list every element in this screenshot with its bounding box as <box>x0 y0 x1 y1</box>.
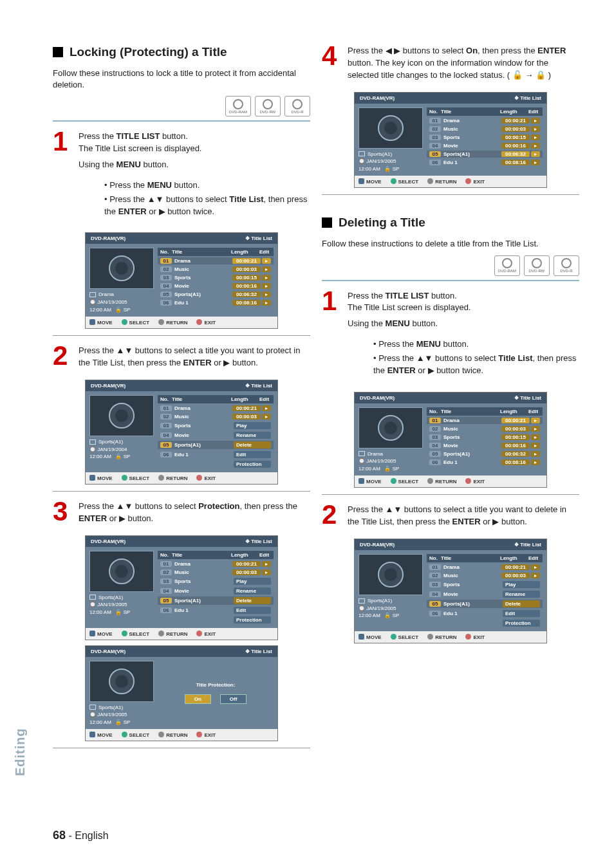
title-row[interactable]: 05 Sports(A1) 00:06:32 ▸ <box>427 450 543 457</box>
title-row[interactable]: 03Sports Play <box>158 421 274 430</box>
title-row[interactable]: 03 Sports 00:00:15 ▸ <box>427 134 543 141</box>
title-row[interactable]: 04 Movie 00:00:16 ▸ <box>427 142 543 149</box>
title-list-screen: DVD-RAM(VR)❖ Title List Drama JAN/19/200… <box>354 392 547 488</box>
nav-hint-exit: EXIT <box>196 319 216 326</box>
edit-menu-item[interactable]: Play <box>234 422 271 429</box>
edit-menu-item[interactable]: Protection <box>234 461 271 468</box>
title-row[interactable]: 06 Edu 1 00:08:16 ▸ <box>427 159 543 166</box>
title-row[interactable]: 01 Drama 00:00:21 ▸ <box>158 257 274 264</box>
title-thumbnail <box>89 248 154 289</box>
title-row[interactable]: 06 Edu 1 00:08:16 ▸ <box>158 299 274 306</box>
page-number-lang: English <box>75 830 108 841</box>
title-row[interactable]: 06Edu 1 Edit <box>158 606 274 614</box>
protection-off-button[interactable]: Off <box>220 694 247 704</box>
title-row[interactable]: 04Movie Rename <box>427 590 543 598</box>
title-row[interactable]: 01 Drama 00:00:21 ▸ <box>427 117 543 124</box>
disc-compat-row: DVD-RAM DVD-RW DVD-R <box>322 255 579 276</box>
disc-icon: DVD-RAM <box>494 255 520 276</box>
title-row[interactable]: 01 Drama 00:00:21 ▸ <box>427 417 543 424</box>
title-thumbnail <box>358 107 423 149</box>
col-no: No. <box>429 409 441 414</box>
title-row[interactable]: 05Sports(A1) Delete <box>158 596 274 605</box>
col-title: Title <box>441 409 500 414</box>
step-text: Press the TITLE LIST button. The Title L… <box>79 131 310 155</box>
step-number: 2 <box>53 345 71 373</box>
nav-hint-exit: EXIT <box>196 631 216 637</box>
section-bullet-icon <box>53 47 63 57</box>
edit-menu-item[interactable]: Delete <box>234 441 271 448</box>
edit-menu-item[interactable]: Edit <box>234 451 271 458</box>
title-row[interactable]: 02 Music 00:00:03 ▸ <box>427 125 543 133</box>
title-row[interactable]: 06Edu 1 Edit <box>158 450 274 459</box>
title-thumbnail <box>358 554 423 595</box>
title-row[interactable]: 04Movie Rename <box>158 431 274 439</box>
edit-menu-item[interactable]: Rename <box>234 587 271 595</box>
page-number: 68 - English <box>53 829 109 842</box>
title-row[interactable]: 05 Sports(A1) 00:06:32 ▸ <box>427 151 543 158</box>
protection-on-button[interactable]: On <box>185 694 211 704</box>
step-number: 4 <box>322 45 340 86</box>
col-edit: Edit <box>528 555 540 561</box>
title-list-screen: DVD-RAM(VR)❖ Title List Sports(A1) JAN/1… <box>85 535 278 640</box>
title-row[interactable]: 03Sports Play <box>427 580 543 589</box>
screen-device-label: DVD-RAM(VR) <box>360 95 395 101</box>
title-row[interactable]: 02Music 00:00:03▸ <box>158 413 274 420</box>
edit-menu-item[interactable]: Play <box>503 581 540 588</box>
title-row[interactable]: 01Drama 00:00:21▸ <box>158 405 274 412</box>
title-row[interactable]: 05Sports(A1) Delete <box>427 600 543 608</box>
nav-hint-select: SELECT <box>391 478 419 485</box>
title-row[interactable]: 06 Edu 1 00:08:16 ▸ <box>427 459 543 466</box>
col-no: No. <box>429 555 441 561</box>
col-length: Length <box>231 552 259 558</box>
screen-title-label: ❖ Title List <box>245 235 272 241</box>
title-row[interactable]: 02 Music 00:00:03 ▸ <box>158 266 274 273</box>
edit-menu-item[interactable]: Delete <box>234 597 271 604</box>
title-row[interactable]: 00 Protection <box>158 460 274 468</box>
col-title: Title <box>441 109 500 115</box>
step-bullet: Press the ▲▼ buttons to select Title Lis… <box>373 353 579 377</box>
title-row[interactable]: 03 Sports 00:00:15 ▸ <box>158 274 274 281</box>
nav-hint-return: RETURN <box>158 319 187 326</box>
title-row[interactable]: 00 Protection <box>158 616 274 624</box>
title-row[interactable]: 01Drama 00:00:21▸ <box>427 564 543 571</box>
nav-hint-return: RETURN <box>427 634 456 640</box>
title-row[interactable]: 04 Movie 00:00:16 ▸ <box>158 282 274 290</box>
edit-menu-item[interactable]: Edit <box>234 607 271 614</box>
disc-icon: DVD-R <box>554 255 579 276</box>
step-bullet: Press the MENU button. <box>373 338 579 351</box>
title-row[interactable]: 03 Sports 00:00:15 ▸ <box>427 434 543 441</box>
section-intro-lock: Follow these instructions to lock a titl… <box>53 68 310 91</box>
title-row[interactable]: 02Music 00:00:03▸ <box>427 572 543 579</box>
edit-menu-item[interactable]: Edit <box>503 610 540 617</box>
edit-menu-item[interactable]: Play <box>234 578 271 585</box>
step-text: Press the ▲▼ buttons to select a title y… <box>79 345 310 369</box>
nav-hint-move: MOVE <box>358 478 382 485</box>
nav-hint-return: RETURN <box>158 732 187 738</box>
edit-menu-item[interactable]: Rename <box>234 432 271 439</box>
screen-device-label: DVD-RAM(VR) <box>91 539 126 544</box>
title-row[interactable]: 02 Music 00:00:03 ▸ <box>427 425 543 432</box>
disc-icon: DVD-RW <box>255 96 281 116</box>
edit-menu-item[interactable]: Delete <box>503 600 540 607</box>
protection-label: Title Protection: <box>196 682 236 688</box>
title-row[interactable]: 04Movie Rename <box>158 587 274 595</box>
title-row[interactable]: 02Music 00:00:03▸ <box>158 569 274 576</box>
screen-title-label: ❖ Title List <box>245 383 272 389</box>
title-row[interactable]: 05 Sports(A1) 00:06:32 ▸ <box>158 291 274 298</box>
title-row[interactable]: 06Edu 1 Edit <box>427 609 543 618</box>
title-row[interactable]: 00 Protection <box>427 619 543 627</box>
screen-title-label: ❖ Title List <box>245 649 272 654</box>
edit-menu-item[interactable]: Protection <box>503 620 540 627</box>
title-row[interactable]: 01Drama 00:00:21▸ <box>158 560 274 568</box>
edit-menu-item[interactable]: Protection <box>234 616 271 623</box>
title-row[interactable]: 03Sports Play <box>158 577 274 586</box>
col-title: Title <box>441 555 500 561</box>
col-no: No. <box>429 109 441 115</box>
title-row[interactable]: 04 Movie 00:00:16 ▸ <box>427 442 543 449</box>
col-edit: Edit <box>259 396 271 402</box>
screen-title-label: ❖ Title List <box>514 542 541 548</box>
title-row[interactable]: 05Sports(A1) Delete <box>158 441 274 449</box>
edit-menu-item[interactable]: Rename <box>503 591 540 598</box>
disc-icon: DVD-RW <box>524 255 550 276</box>
step-number: 1 <box>53 131 71 226</box>
